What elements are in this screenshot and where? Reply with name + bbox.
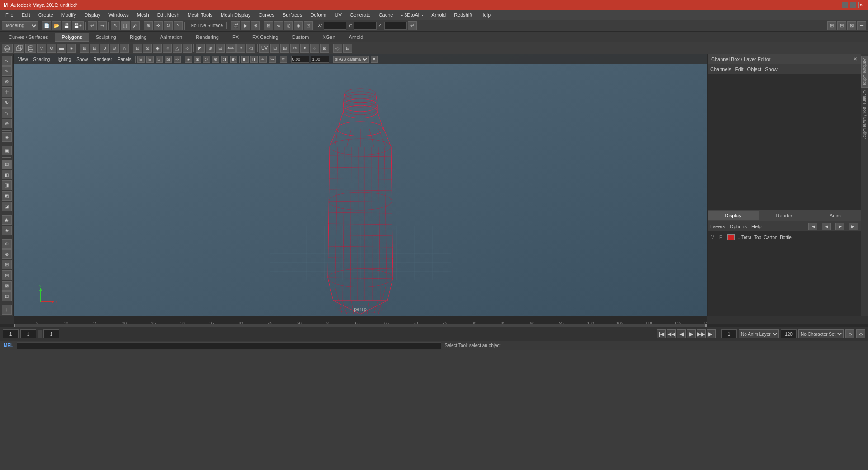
menu-curves[interactable]: Curves: [255, 11, 278, 19]
plane-tool[interactable]: ▬: [57, 44, 66, 53]
menu-uv[interactable]: UV: [331, 11, 345, 19]
cb-object-menu[interactable]: Object: [747, 66, 761, 72]
vp-hud-btn[interactable]: ⊹: [174, 56, 181, 63]
anim-options-btn1[interactable]: ⚙: [845, 329, 854, 338]
range-start-input[interactable]: [721, 329, 737, 338]
vp-back-btn[interactable]: ↩: [259, 56, 267, 63]
menu-file[interactable]: File: [2, 11, 17, 19]
vp-textured-btn[interactable]: ◎: [203, 56, 210, 63]
minimize-button[interactable]: ─: [842, 2, 848, 8]
select-tool-button[interactable]: ↖: [111, 21, 120, 30]
layer-playback[interactable]: P: [719, 235, 726, 240]
vp-sync-btn[interactable]: ⟳: [280, 56, 287, 63]
connect-tool[interactable]: ⊕: [206, 44, 215, 53]
extra-tool4[interactable]: ⊟: [2, 270, 12, 280]
undo-button[interactable]: ↩: [88, 21, 97, 30]
snap-curve-button[interactable]: ∿: [274, 21, 283, 30]
step-back-button[interactable]: ◀◀: [667, 329, 676, 338]
snap-group1[interactable]: ⊡: [2, 160, 12, 169]
boolean-diff[interactable]: ⊖: [110, 44, 119, 53]
vp-gamma-select[interactable]: sRGB gamma: [333, 56, 369, 63]
move-mode-button[interactable]: ✛: [2, 87, 12, 97]
render-proxy-btn[interactable]: ◉: [2, 215, 12, 225]
tab-fx[interactable]: FX: [226, 33, 245, 42]
menu-edit-mesh[interactable]: Edit Mesh: [154, 11, 183, 19]
new-file-button[interactable]: 📄: [42, 21, 51, 30]
command-input[interactable]: [17, 342, 441, 349]
frame-step2-input[interactable]: [43, 329, 59, 338]
vp-ao-btn[interactable]: ◐: [230, 56, 237, 63]
scale-mode-button[interactable]: ⤡: [2, 108, 12, 118]
tab-display[interactable]: Display: [708, 211, 759, 220]
range-end-input[interactable]: [781, 329, 797, 338]
vp-panels-menu[interactable]: Panels: [116, 57, 133, 62]
vp-value2-input[interactable]: [311, 56, 329, 63]
ipr-render-button[interactable]: ▶: [241, 21, 250, 30]
snap-live-button[interactable]: ⊡: [304, 21, 313, 30]
play-forward-button[interactable]: ▶: [687, 329, 696, 338]
soft-modify-button[interactable]: ◈: [2, 132, 12, 142]
channel-box-minimize-btn[interactable]: _: [849, 56, 852, 61]
save-increment-button[interactable]: 💾+: [72, 21, 84, 30]
layer-first-btn[interactable]: |◀: [808, 223, 817, 230]
boolean-intersect[interactable]: ∩: [120, 44, 129, 53]
layer-last-btn[interactable]: ▶|: [849, 223, 858, 230]
maximize-button[interactable]: □: [850, 2, 856, 8]
menu-deform[interactable]: Deform: [307, 11, 330, 19]
workspace-selector[interactable]: Modeling: [2, 21, 38, 30]
current-frame-input[interactable]: [3, 329, 19, 338]
ui-layout-button2[interactable]: ⊟: [837, 21, 846, 30]
go-end-button[interactable]: ▶|: [707, 329, 716, 338]
menu-help[interactable]: Help: [476, 11, 494, 19]
poke-tool[interactable]: ✦: [236, 44, 245, 53]
tab-rendering[interactable]: Rendering: [189, 33, 226, 42]
wedge-tool[interactable]: ◁: [246, 44, 255, 53]
layers-menu[interactable]: Layers: [710, 224, 725, 229]
menu-mesh[interactable]: Mesh: [133, 11, 153, 19]
snap-group4[interactable]: ◩: [2, 191, 12, 201]
symmetry-btn[interactable]: ⊟: [343, 44, 352, 53]
character-set-select[interactable]: No Character Set: [798, 329, 844, 338]
attribute-editor-tab[interactable]: Attribute Editor: [861, 56, 868, 88]
render-button[interactable]: 🎬: [231, 21, 240, 30]
reduce-tool[interactable]: △: [173, 44, 182, 53]
channel-box-tab[interactable]: Channel Box / Layer Editor: [862, 89, 868, 141]
menu-redshift[interactable]: Redshift: [450, 11, 476, 19]
tab-anim[interactable]: Anim: [810, 211, 861, 220]
combine-tool[interactable]: ⊞: [80, 44, 89, 53]
cb-edit-menu[interactable]: Edit: [735, 66, 743, 72]
menu-mesh-tools[interactable]: Mesh Tools: [184, 11, 216, 19]
menu-edit[interactable]: Edit: [18, 11, 34, 19]
open-file-button[interactable]: 📂: [52, 21, 61, 30]
vp-gamma-arrow[interactable]: ▼: [371, 56, 378, 63]
uv-project-btn[interactable]: ⊹: [310, 44, 319, 53]
ui-layout-button4[interactable]: ☰: [857, 21, 866, 30]
timeline-ruler[interactable]: 5101520253035404550556065707580859095100…: [14, 316, 707, 324]
uv-editor-btn[interactable]: UV: [259, 44, 269, 53]
anim-layer-select[interactable]: No Anim Layer: [739, 329, 779, 338]
vp-shaded-btn[interactable]: ◉: [194, 56, 201, 63]
tab-polygons[interactable]: Polygons: [55, 33, 89, 42]
cb-channels-menu[interactable]: Channels: [710, 66, 731, 72]
snap-point-button[interactable]: ◎: [284, 21, 293, 30]
play-back-button[interactable]: ◀: [677, 329, 686, 338]
range-end-handle[interactable]: [705, 324, 707, 327]
title-bar-controls[interactable]: ─ □ ✕: [842, 2, 864, 8]
extra-tool6[interactable]: ⊡: [2, 291, 12, 301]
extra-tool2[interactable]: ⊗: [2, 249, 12, 259]
last-tool-button[interactable]: ⊕: [2, 119, 12, 128]
vp-renderer-menu[interactable]: Renderer: [91, 57, 114, 62]
options-menu[interactable]: Options: [730, 224, 747, 229]
tab-xgen[interactable]: XGen: [316, 33, 342, 42]
snap-grid-button[interactable]: ⊞: [264, 21, 273, 30]
menu-windows[interactable]: Windows: [105, 11, 132, 19]
layer-color-swatch[interactable]: [727, 234, 735, 240]
save-file-button[interactable]: 💾: [62, 21, 71, 30]
cube-tool[interactable]: [14, 44, 24, 53]
extra-tool3[interactable]: ⊞: [2, 260, 12, 269]
soft-select-btn[interactable]: ◎: [333, 44, 342, 53]
tab-custom[interactable]: Custom: [285, 33, 316, 42]
menu-cache[interactable]: Cache: [375, 11, 397, 19]
vp-wireframe-btn[interactable]: ◈: [185, 56, 192, 63]
tab-render[interactable]: Render: [759, 211, 810, 220]
